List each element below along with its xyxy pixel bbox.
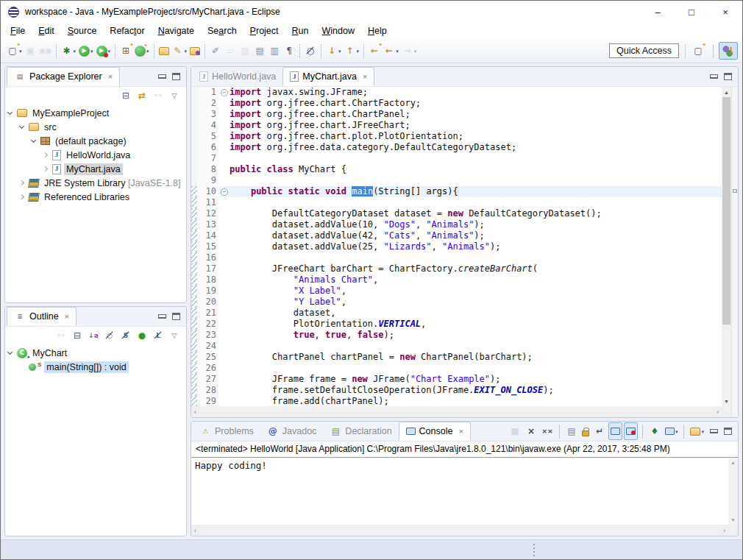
menu-search[interactable]: Search: [201, 24, 243, 38]
collapse-all-button[interactable]: ⊟: [70, 327, 85, 344]
chevron-expanded-icon[interactable]: [7, 110, 13, 115]
save-button[interactable]: ▣: [24, 42, 38, 60]
code-line-22[interactable]: 22 PlotOrientation.VERTICAL,: [191, 319, 722, 330]
minimize-view-button[interactable]: [710, 74, 718, 79]
dropdown-caret-icon[interactable]: ▾: [90, 49, 93, 54]
code-line-19[interactable]: 19 "X Label",: [191, 286, 722, 297]
editor-horizontal-scrollbar[interactable]: ‹ ›: [191, 406, 722, 417]
search-pencil-button[interactable]: ✐: [208, 42, 223, 60]
link-with-editor-button[interactable]: ⇄: [135, 87, 149, 104]
code-line-14[interactable]: 14 dataset.addValue(42, "Cats", "Animals…: [191, 230, 722, 241]
open-console-button[interactable]: ▾: [689, 422, 705, 440]
code-line-6[interactable]: 6import org.jfree.data.category.DefaultC…: [191, 142, 722, 153]
tree-item-helloworld-java[interactable]: JHelloWorld.java: [5, 148, 186, 162]
code-line-2[interactable]: 2import org.jfree.chart.ChartFactory;: [191, 98, 722, 109]
editor-tab-mychart-java[interactable]: JMyChart.java×: [282, 67, 374, 86]
java-perspective-button[interactable]: J: [719, 42, 738, 60]
scroll-down-icon[interactable]: ▼: [722, 396, 731, 406]
code-line-12[interactable]: 12 DefaultCategoryDataset dataset = new …: [191, 208, 722, 219]
forward-button[interactable]: →▾: [400, 42, 419, 60]
menu-project[interactable]: Project: [243, 24, 285, 38]
dropdown-caret-icon[interactable]: ▾: [146, 49, 149, 54]
close-icon[interactable]: ×: [108, 72, 113, 81]
console-tab-javadoc[interactable]: @Javadoc: [260, 422, 324, 441]
tree-item-referenced-libraries[interactable]: Referenced Libraries: [5, 190, 186, 204]
code-line-13[interactable]: 13 dataset.addValue(10, "Dogs", "Animals…: [191, 219, 722, 230]
maximize-view-button[interactable]: [172, 313, 180, 320]
sort-button[interactable]: ↓a: [86, 327, 101, 344]
code-line-1[interactable]: 1−import javax.swing.JFrame;: [191, 87, 722, 98]
collapse-all-button[interactable]: ⊟: [118, 87, 133, 104]
editor-vertical-scrollbar[interactable]: ▲ ▼: [722, 87, 731, 406]
doc-rj-button[interactable]: ▤: [252, 42, 267, 60]
code-line-25[interactable]: 25 ChartPanel chartPanel = new ChartPane…: [191, 352, 722, 363]
remove-all-button[interactable]: ××: [540, 422, 555, 440]
prev-annotation-button[interactable]: ↑▾: [343, 42, 361, 60]
chevron-collapsed-icon[interactable]: [43, 166, 48, 171]
scroll-left-icon[interactable]: ‹: [194, 527, 196, 534]
clear-console-button[interactable]: ▤: [564, 422, 579, 440]
chevron-expanded-icon[interactable]: [7, 350, 13, 355]
focus-task-button[interactable]: ◦◦: [54, 327, 68, 344]
tree-item-src[interactable]: src: [5, 120, 186, 134]
code-line-27[interactable]: 27 JFrame frame = new JFrame("Chart Exam…: [191, 374, 722, 385]
open-task-button[interactable]: [157, 42, 171, 60]
code-line-20[interactable]: 20 "Y Label",: [191, 297, 722, 308]
chevron-collapsed-icon[interactable]: [19, 194, 24, 199]
eraser-button[interactable]: ▱: [223, 42, 238, 60]
code-line-5[interactable]: 5import org.jfree.chart.plot.PlotOrienta…: [191, 131, 722, 142]
chevron-collapsed-icon[interactable]: [43, 152, 48, 157]
scroll-up-icon[interactable]: ▲: [730, 460, 736, 465]
editor-tab-helloworld-java[interactable]: JHelloWorld.java: [193, 67, 282, 86]
occurrence-marker[interactable]: [733, 189, 737, 193]
doc-book-button[interactable]: ▥: [267, 42, 282, 60]
code-line-24[interactable]: 24: [191, 341, 722, 352]
dropdown-caret-icon[interactable]: ▾: [338, 49, 341, 54]
debug-button[interactable]: ✱▾: [60, 42, 78, 60]
scroll-left-icon[interactable]: ‹: [194, 408, 196, 416]
dropdown-caret-icon[interactable]: ▾: [414, 49, 417, 54]
dropdown-caret-icon[interactable]: ▾: [357, 49, 360, 54]
show-stderr-button[interactable]: [624, 422, 638, 440]
code-line-10[interactable]: 10− public static void main(String[] arg…: [191, 186, 722, 197]
code-line-18[interactable]: 18 "Animals Chart",: [191, 274, 722, 286]
watering-can-button[interactable]: ▨: [238, 42, 252, 60]
back-button[interactable]: ←▾: [382, 42, 400, 60]
quick-access-button[interactable]: Quick Access: [609, 43, 679, 58]
show-whitespace-button[interactable]: ¶: [282, 42, 296, 60]
menu-run[interactable]: Run: [285, 24, 316, 38]
close-button[interactable]: ×: [708, 1, 742, 23]
console-output[interactable]: Happy coding!: [191, 458, 728, 525]
menu-edit[interactable]: Edit: [32, 24, 61, 38]
code-line-23[interactable]: 23 true, true, false);: [191, 330, 722, 341]
console-vertical-scrollbar[interactable]: ▲ ▼: [728, 458, 738, 525]
tree-item-mychart-java[interactable]: JMyChart.java: [5, 162, 186, 176]
maximize-view-button[interactable]: [172, 73, 180, 80]
hide-nonpublic-button[interactable]: ●: [135, 327, 149, 344]
tree-item--default-package-[interactable]: (default package): [5, 134, 186, 148]
tab-package-explorer[interactable]: ▤ Package Explorer ×: [7, 67, 120, 86]
code-line-16[interactable]: 16: [191, 252, 722, 263]
code-line-28[interactable]: 28 frame.setDefaultCloseOperation(JFrame…: [191, 385, 722, 396]
pin-console-button[interactable]: ♦: [647, 422, 662, 440]
open-type-button[interactable]: [188, 42, 202, 60]
show-stdout-button[interactable]: [608, 422, 622, 440]
chevron-expanded-icon[interactable]: [19, 124, 24, 129]
tree-item-main-string-void[interactable]: Smain(String[]) : void: [5, 360, 186, 374]
console-tab-declaration[interactable]: ▤Declaration: [323, 422, 398, 441]
scroll-down-icon[interactable]: ▼: [730, 517, 736, 522]
dropdown-caret-icon[interactable]: ▾: [74, 49, 77, 54]
menu-help[interactable]: Help: [361, 24, 394, 38]
maximize-view-button[interactable]: [724, 73, 732, 80]
scrollbar-thumb[interactable]: [722, 97, 730, 325]
menu-refactor[interactable]: Refactor: [103, 24, 151, 38]
coverage-button[interactable]: ▶▾: [95, 42, 113, 60]
statusbar-grip[interactable]: [533, 544, 535, 545]
view-menu-button[interactable]: ▽: [167, 87, 182, 104]
next-annotation-button[interactable]: ↓▾: [324, 42, 343, 60]
new-java-class-button[interactable]: ✦▾: [133, 42, 151, 60]
open-perspective-button[interactable]: ▢✦: [689, 42, 708, 60]
minimize-view-button[interactable]: [158, 74, 166, 79]
tree-item-mychart[interactable]: C▸MyChart: [5, 346, 186, 360]
code-editor[interactable]: 1−import javax.swing.JFrame;2import org.…: [191, 87, 722, 406]
